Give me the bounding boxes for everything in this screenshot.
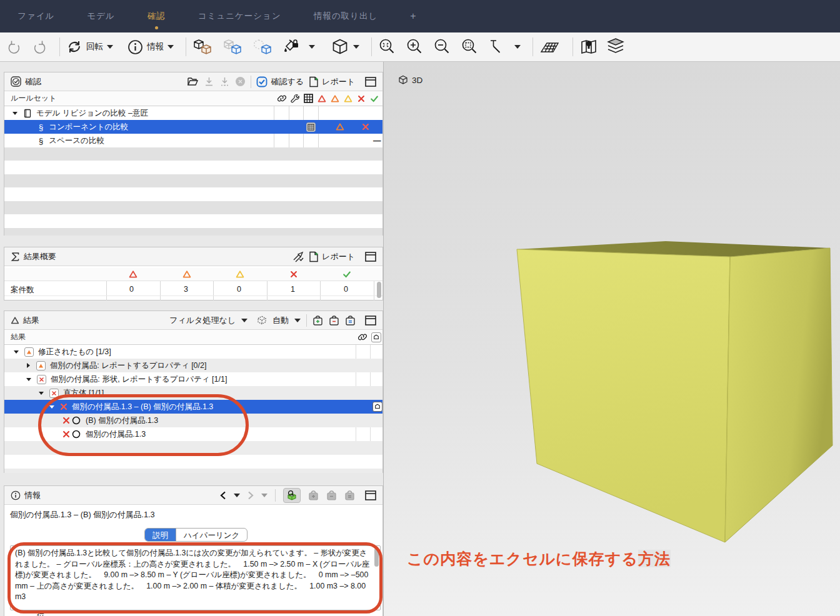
tree-row-component-b[interactable]: (B) 個別の付属品.1.3 <box>4 414 382 427</box>
filter-cube-icon <box>257 315 267 325</box>
auto-dropdown-caret[interactable] <box>294 319 301 322</box>
link-icon[interactable] <box>278 94 286 103</box>
severity-moderate-icon <box>336 122 344 131</box>
section-plane-icon[interactable] <box>539 38 561 56</box>
redo-icon[interactable] <box>31 39 48 55</box>
select-arrow-icon[interactable] <box>488 38 504 56</box>
basket-add-icon[interactable] <box>312 315 323 326</box>
panel-layout-icon[interactable] <box>365 315 376 325</box>
select-dropdown-caret[interactable] <box>514 45 521 49</box>
open-folder-icon[interactable] <box>187 76 199 87</box>
cube-icon[interactable] <box>331 37 349 56</box>
zoom-selection-cube-icon <box>286 490 298 501</box>
panel-layout-icon[interactable] <box>365 77 376 87</box>
check-report-button[interactable]: レポート <box>309 76 355 87</box>
model-cube[interactable] <box>384 62 840 616</box>
collapse-arrow-icon[interactable] <box>27 363 30 368</box>
info-dropdown-caret[interactable] <box>168 45 174 49</box>
tree-row-geometry-properties[interactable]: 個別の付属品: 形状, レポートするプロパティ [1/1] <box>4 372 382 386</box>
next-history-caret[interactable] <box>261 494 268 497</box>
download-all-icon[interactable] <box>219 76 230 87</box>
tree-row-cuboid[interactable]: 直方体 [1/1] <box>4 386 382 400</box>
application-window: ファイル モデル 確認 コミュニケーション 情報の取り出し + 回転 情報 <box>0 0 840 616</box>
result-summary-title-text: 結果概要 <box>24 251 56 262</box>
severity-low-icon[interactable] <box>344 94 352 103</box>
tab-file[interactable]: ファイル <box>18 11 54 22</box>
description-textarea[interactable]: (B) 個別の付属品.1.3と比較して個別の付属品.1.3には次の変更が加えられ… <box>10 545 381 610</box>
summary-report-button[interactable]: レポート <box>309 251 355 262</box>
hidden-cube-icon[interactable] <box>252 37 274 56</box>
panel-layout-icon[interactable] <box>365 252 376 262</box>
tab-communication[interactable]: コミュニケーション <box>198 11 281 22</box>
tab-information-takeoff[interactable]: 情報の取り出し <box>314 11 378 22</box>
tab-model[interactable]: モデル <box>87 11 114 22</box>
tab-add-button[interactable]: + <box>410 11 416 22</box>
grid-table-icon <box>306 122 316 132</box>
basket-list-icon-disabled <box>344 490 355 501</box>
download-icon[interactable] <box>204 76 214 87</box>
accepted-icon[interactable] <box>370 94 379 103</box>
3d-viewport[interactable]: 3D この内容をエクセルに保存する方法 <box>383 62 840 616</box>
link-icon[interactable] <box>358 332 367 342</box>
camera-view-icon[interactable] <box>372 402 382 412</box>
tree-row-component[interactable]: 個別の付属品.1.3 <box>4 427 382 441</box>
severity-moderate-icon[interactable] <box>331 94 339 103</box>
tree-row-issue-selected[interactable]: 個別の付属品.1.3 – (B) 個別の付属品.1.3 <box>4 400 382 414</box>
tree-row-label: (B) 個別の付属品.1.3 <box>86 415 158 426</box>
expand-arrow-icon[interactable] <box>39 392 44 395</box>
report-icon <box>309 251 319 262</box>
ruleset-row-component-comparison[interactable]: § コンポーネントの比較 <box>4 120 382 134</box>
disabled-circle-icon <box>235 76 246 87</box>
description-scrollbar[interactable] <box>374 548 379 567</box>
result-dash: — <box>373 136 381 145</box>
zoom-area-icon[interactable] <box>461 38 478 56</box>
ruleset-row-space-comparison[interactable]: § スペースの比較 — <box>4 134 382 147</box>
results-filter-label[interactable]: フィルタ処理なし <box>169 315 236 326</box>
zoom-fit-icon[interactable] <box>378 38 396 56</box>
info-tool[interactable]: 情報 <box>128 39 174 55</box>
tab-description[interactable]: 説明 <box>145 529 176 541</box>
tab-hyperlinks[interactable]: ハイパーリンク <box>176 529 247 541</box>
camera-view-icon[interactable] <box>371 332 381 342</box>
wrench-icon[interactable] <box>291 94 299 103</box>
tab-checking[interactable]: 確認 <box>148 11 166 22</box>
expand-arrow-icon[interactable] <box>26 378 31 381</box>
tree-row-report-properties[interactable]: 個別の付属品: レポートするプロパティ [0/2] <box>4 359 382 372</box>
expand-arrow-icon[interactable] <box>14 350 19 354</box>
layers-icon[interactable] <box>606 37 626 56</box>
transparent-cube-icon[interactable] <box>222 37 244 56</box>
filter-dropdown-caret[interactable] <box>241 319 248 322</box>
prev-history-caret[interactable] <box>234 494 240 497</box>
basket-list-icon[interactable] <box>345 315 356 326</box>
prev-icon[interactable] <box>220 491 226 500</box>
rotate-dropdown-caret[interactable] <box>107 45 113 49</box>
basket-remove-icon[interactable] <box>329 315 339 326</box>
check-model-button[interactable]: 確認する <box>256 76 304 87</box>
undo-icon[interactable] <box>6 39 22 55</box>
tree-row-modified[interactable]: 修正されたもの [1/3] <box>4 345 382 359</box>
grid-table-icon[interactable] <box>304 94 313 103</box>
map-icon[interactable] <box>579 38 598 56</box>
stamp-icon[interactable] <box>292 251 304 262</box>
rotate-tool[interactable]: 回転 <box>66 39 113 55</box>
zoom-in-icon[interactable] <box>406 38 423 56</box>
ruleset-row-model-comparison[interactable]: モデル リビジョンの比較 –意匠 <box>4 106 382 120</box>
rejected-icon[interactable] <box>357 94 366 103</box>
paint-dropdown-caret[interactable] <box>309 45 315 49</box>
expand-arrow-icon[interactable] <box>12 112 18 115</box>
info-circle-icon <box>128 39 143 55</box>
next-icon[interactable] <box>248 491 254 500</box>
panel-layout-icon[interactable] <box>365 490 376 500</box>
results-title: 結果 <box>11 315 39 326</box>
zoom-out-icon[interactable] <box>433 38 451 56</box>
paint-lock-icon[interactable] <box>282 37 300 56</box>
severity-critical-icon[interactable] <box>318 94 326 103</box>
expand-arrow-icon[interactable] <box>49 405 54 409</box>
compare-cubes-icon[interactable] <box>192 37 214 56</box>
summary-scrollbar[interactable] <box>377 282 381 298</box>
severity-critical-icon <box>129 270 138 279</box>
zoom-to-selection-toggle[interactable] <box>283 488 301 503</box>
component-circle-icon <box>72 430 81 439</box>
view-dropdown-caret[interactable] <box>353 45 359 49</box>
results-auto-label[interactable]: 自動 <box>272 315 289 326</box>
